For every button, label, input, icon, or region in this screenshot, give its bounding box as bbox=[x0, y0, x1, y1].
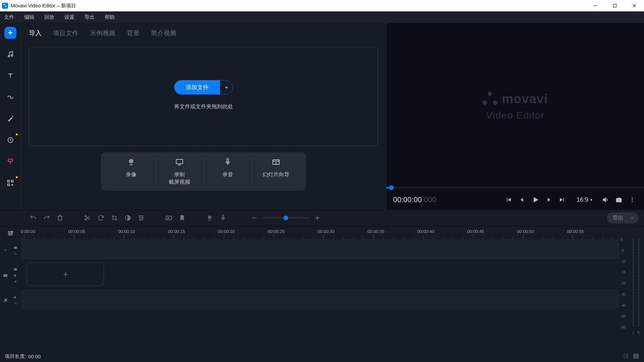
tab-sample-video[interactable]: 示例视频 bbox=[90, 29, 115, 38]
svg-rect-0 bbox=[613, 4, 616, 7]
rotate-button[interactable] bbox=[95, 212, 107, 224]
track-audio[interactable] bbox=[21, 289, 619, 309]
meter-db-label: -10 bbox=[621, 259, 626, 263]
capture-audio-button[interactable]: 录音 bbox=[204, 158, 252, 185]
tab-intro-video[interactable]: 简介视频 bbox=[151, 29, 176, 38]
capture-slideshow-button[interactable]: 幻灯片向导 bbox=[252, 158, 300, 185]
window-minimize-button[interactable] bbox=[586, 0, 605, 11]
timeline-ruler[interactable]: 00:00:0000:00:0500:00:1000:00:1500:00:20… bbox=[21, 226, 619, 239]
video-track-add-button[interactable]: + bbox=[27, 262, 104, 286]
audio-meter-L: L bbox=[633, 330, 635, 335]
preview-canvas: movavi Video Editor bbox=[386, 23, 644, 190]
zoom-slider-handle[interactable] bbox=[283, 216, 288, 220]
sidebar-audio-icon[interactable] bbox=[4, 48, 16, 60]
capture-camera-button[interactable]: 录像 bbox=[107, 158, 155, 185]
speaker-icon[interactable] bbox=[13, 273, 18, 278]
window-title: Movavi Video Editor – 新项目 bbox=[11, 3, 76, 9]
track-header-video[interactable] bbox=[0, 261, 21, 290]
timeline-view-button[interactable] bbox=[623, 353, 629, 360]
window-close-button[interactable] bbox=[625, 0, 644, 11]
tab-project-files[interactable]: 项目文件 bbox=[53, 29, 78, 38]
zoom-slider[interactable] bbox=[262, 217, 309, 219]
brand-logo-icon bbox=[483, 92, 497, 106]
dropzone[interactable]: 添加文件 将文件或文件夹拖到此处 bbox=[29, 47, 378, 146]
transition-wizard-button[interactable] bbox=[162, 212, 175, 224]
meter-db-label: -5 bbox=[621, 248, 624, 252]
marker-button[interactable] bbox=[176, 212, 189, 224]
track-header-audio[interactable] bbox=[0, 290, 21, 310]
storyboard-view-button[interactable] bbox=[633, 353, 639, 360]
color-adjust-button[interactable] bbox=[121, 212, 134, 224]
zoom-in-button[interactable] bbox=[313, 212, 321, 224]
redo-button[interactable] bbox=[40, 212, 53, 224]
sidebar-elements-icon[interactable] bbox=[4, 156, 16, 168]
crop-button[interactable] bbox=[108, 212, 121, 224]
svg-point-33 bbox=[4, 301, 5, 302]
sidebar-transitions-icon[interactable] bbox=[4, 91, 16, 103]
svg-rect-5 bbox=[7, 180, 9, 182]
menu-export[interactable]: 导出 bbox=[85, 14, 95, 20]
fx-icon[interactable] bbox=[13, 279, 18, 284]
snapshot-button[interactable] bbox=[614, 195, 624, 205]
track-text[interactable] bbox=[21, 239, 619, 259]
sidebar-import-button[interactable]: + bbox=[4, 27, 16, 39]
preview-more-button[interactable] bbox=[627, 195, 637, 205]
svg-point-14 bbox=[618, 199, 620, 201]
preview-panel: movavi Video Editor 00:00:00.000 16:9 ▾ bbox=[386, 23, 644, 210]
ruler-tick: 00:00:20 bbox=[224, 235, 225, 239]
preview-timecode: 00:00:00.000 bbox=[393, 195, 436, 204]
step-back-button[interactable] bbox=[517, 195, 527, 205]
svg-point-9 bbox=[130, 161, 131, 162]
split-button[interactable] bbox=[81, 212, 94, 224]
add-track-button[interactable] bbox=[0, 226, 21, 241]
speaker-icon[interactable] bbox=[13, 295, 18, 300]
link-icon[interactable] bbox=[13, 251, 18, 256]
menu-settings[interactable]: 设置 bbox=[64, 14, 74, 20]
sidebar-more-icon[interactable] bbox=[4, 177, 16, 189]
go-start-button[interactable] bbox=[503, 195, 514, 205]
zoom-out-button[interactable] bbox=[250, 212, 258, 224]
preview-scrubber[interactable] bbox=[386, 187, 644, 188]
menu-playback[interactable]: 回放 bbox=[44, 14, 54, 20]
add-files-dropdown-button[interactable] bbox=[220, 80, 233, 94]
eye-icon[interactable] bbox=[13, 245, 18, 250]
timeline-toolbar: 导出 ▾ bbox=[0, 210, 644, 226]
delete-button[interactable] bbox=[54, 212, 66, 224]
menu-help[interactable]: 帮助 bbox=[105, 14, 115, 20]
svg-point-17 bbox=[632, 201, 633, 202]
add-files-button[interactable]: 添加文件 bbox=[174, 80, 220, 94]
menu-bar: 文件 编辑 回放 设置 导出 帮助 bbox=[0, 11, 644, 23]
clip-properties-button[interactable] bbox=[135, 212, 148, 224]
sidebar-stickers-icon[interactable] bbox=[4, 134, 16, 146]
ruler-tick: 00:00:55 bbox=[573, 235, 574, 239]
menu-file[interactable]: 文件 bbox=[4, 14, 14, 20]
tab-import[interactable]: 导入 bbox=[29, 29, 42, 38]
tab-backgrounds[interactable]: 背景 bbox=[127, 29, 140, 38]
export-button[interactable]: 导出 ▾ bbox=[607, 213, 639, 224]
track-video[interactable]: + bbox=[21, 259, 619, 289]
eye-icon[interactable] bbox=[13, 267, 18, 272]
step-forward-button[interactable] bbox=[544, 195, 554, 205]
play-button[interactable] bbox=[530, 195, 540, 205]
preview-scrubber-handle[interactable] bbox=[389, 185, 394, 190]
record-voiceover-button[interactable] bbox=[217, 212, 229, 224]
menu-edit[interactable]: 编辑 bbox=[24, 14, 34, 20]
text-track-icon bbox=[3, 248, 8, 253]
meter-db-label: -20 bbox=[621, 281, 626, 285]
ruler-tick: 00:00:10 bbox=[124, 235, 125, 239]
record-video-button[interactable] bbox=[203, 212, 216, 224]
window-maximize-button[interactable] bbox=[605, 0, 625, 11]
go-end-button[interactable] bbox=[557, 195, 567, 205]
sidebar-effects-icon[interactable] bbox=[4, 113, 16, 125]
link-icon[interactable] bbox=[13, 301, 18, 306]
svg-rect-37 bbox=[634, 356, 635, 358]
sidebar-titles-icon[interactable] bbox=[4, 70, 16, 82]
dropzone-hint: 将文件或文件夹拖到此处 bbox=[174, 103, 233, 110]
aspect-ratio-dropdown[interactable]: 16:9 ▾ bbox=[577, 196, 592, 203]
ruler-tick: 00:00:25 bbox=[273, 235, 275, 239]
svg-rect-35 bbox=[634, 354, 635, 356]
track-header-text[interactable] bbox=[0, 241, 21, 261]
capture-screen-button[interactable]: 录制 截屏视频 bbox=[155, 158, 204, 185]
volume-button[interactable] bbox=[600, 195, 610, 205]
undo-button[interactable] bbox=[27, 212, 40, 224]
